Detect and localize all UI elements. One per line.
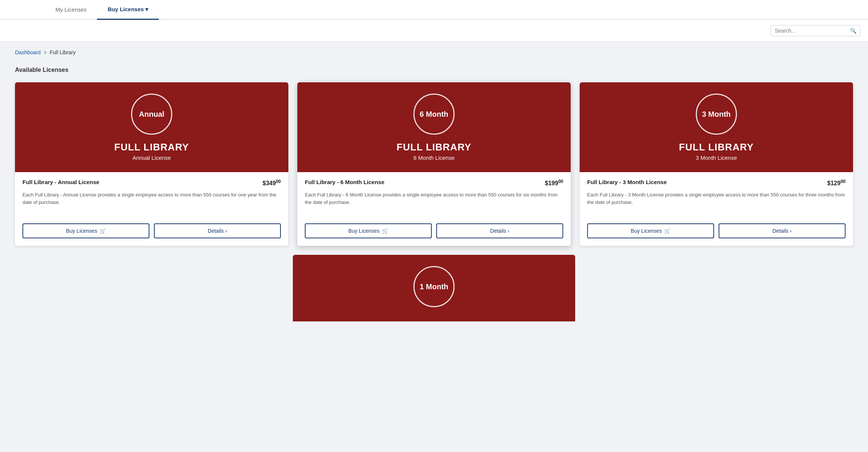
card-3month-body: Full Library - 3 Month License $12900 Ea… (580, 172, 853, 217)
card-annual-circle: Annual (131, 94, 172, 135)
card-6month-price: $19900 (545, 179, 563, 187)
chevron-right-icon: › (508, 228, 510, 234)
card-3month-price: $12900 (827, 179, 846, 187)
card-3month: 3 Month FULL LIBRARY 3 Month License Ful… (580, 82, 853, 246)
card-6month-name: Full Library - 6 Month License (305, 179, 385, 185)
card-6month-title-row: Full Library - 6 Month License $19900 (305, 179, 563, 187)
card-3month-subtitle: 3 Month License (696, 155, 737, 161)
card-1month-circle: 1 Month (413, 266, 455, 307)
card-3month-header: 3 Month FULL LIBRARY 3 Month License (580, 82, 853, 172)
cart-icon: 🛒 (382, 228, 388, 234)
card-3month-name: Full Library - 3 Month License (587, 179, 667, 185)
cards-grid: Annual FULL LIBRARY Annual License Full … (15, 82, 853, 246)
card-6month-header: 6 Month FULL LIBRARY 6 Month License (297, 82, 571, 172)
card-annual-buy-button[interactable]: Buy Licenses 🛒 (22, 223, 149, 238)
nav-tabs: My Licenses Buy Licenses ▾ (0, 0, 868, 20)
card-6month-body: Full Library - 6 Month License $19900 Ea… (297, 172, 571, 217)
search-wrap: 🔍 (771, 25, 861, 36)
cart-icon: 🛒 (664, 228, 671, 234)
card-3month-circle-text: 3 Month (702, 110, 731, 119)
card-annual-circle-text: Annual (139, 110, 164, 119)
cart-icon: 🛒 (100, 228, 106, 234)
card-annual-name: Full Library - Annual License (22, 179, 99, 185)
page-content: Available Licenses Annual FULL LIBRARY A… (0, 59, 868, 336)
breadcrumb-current: Full Library (50, 49, 76, 55)
card-6month: 6 Month FULL LIBRARY 6 Month License Ful… (297, 82, 571, 246)
tab-my-licenses[interactable]: My Licenses (45, 0, 97, 20)
card-3month-circle: 3 Month (696, 94, 737, 135)
card-6month-circle-text: 6 Month (420, 110, 449, 119)
card-annual-footer: Buy Licenses 🛒 Details › (15, 217, 288, 246)
cards-grid-bottom: 1 Month (15, 255, 853, 321)
card-6month-buy-button[interactable]: Buy Licenses 🛒 (305, 223, 432, 238)
section-title: Available Licenses (15, 67, 853, 73)
card-6month-details-button[interactable]: Details › (436, 223, 563, 238)
card-3month-title-row: Full Library - 3 Month License $12900 (587, 179, 846, 187)
card-annual-title-row: Full Library - Annual License $34900 (22, 179, 281, 187)
breadcrumb-separator: > (44, 49, 47, 55)
chevron-right-icon: › (790, 228, 792, 234)
card-annual-body: Full Library - Annual License $34900 Eac… (15, 172, 288, 217)
search-icon: 🔍 (850, 28, 856, 34)
card-3month-description: Each Full Library - 3 Month License prov… (587, 191, 846, 214)
card-6month-subtitle: 6 Month License (413, 155, 455, 161)
card-annual-details-button[interactable]: Details › (154, 223, 281, 238)
card-6month-footer: Buy Licenses 🛒 Details › (297, 217, 571, 246)
breadcrumb: Dashboard > Full Library (0, 42, 868, 59)
card-annual-library-title: FULL LIBRARY (114, 141, 189, 153)
card-annual-price: $34900 (262, 179, 281, 187)
search-input[interactable] (775, 28, 850, 34)
card-3month-details-button[interactable]: Details › (719, 223, 846, 238)
card-annual-subtitle: Annual License (133, 155, 171, 161)
card-6month-description: Each Full Library - 6 Month License prov… (305, 191, 563, 214)
card-annual: Annual FULL LIBRARY Annual License Full … (15, 82, 288, 246)
card-annual-header: Annual FULL LIBRARY Annual License (15, 82, 288, 172)
card-6month-library-title: FULL LIBRARY (397, 141, 471, 153)
tab-buy-licenses[interactable]: Buy Licenses ▾ (97, 0, 159, 20)
breadcrumb-home-link[interactable]: Dashboard (15, 49, 41, 55)
card-1month-partial: 1 Month (293, 255, 575, 321)
search-bar-area: 🔍 (0, 20, 868, 42)
card-1month-circle-text: 1 Month (420, 282, 449, 291)
card-6month-circle: 6 Month (413, 94, 455, 135)
card-3month-library-title: FULL LIBRARY (679, 141, 754, 153)
card-3month-footer: Buy Licenses 🛒 Details › (580, 217, 853, 246)
card-annual-description: Each Full Library - Annual License provi… (22, 191, 281, 214)
chevron-right-icon: › (225, 228, 227, 234)
card-3month-buy-button[interactable]: Buy Licenses 🛒 (587, 223, 714, 238)
